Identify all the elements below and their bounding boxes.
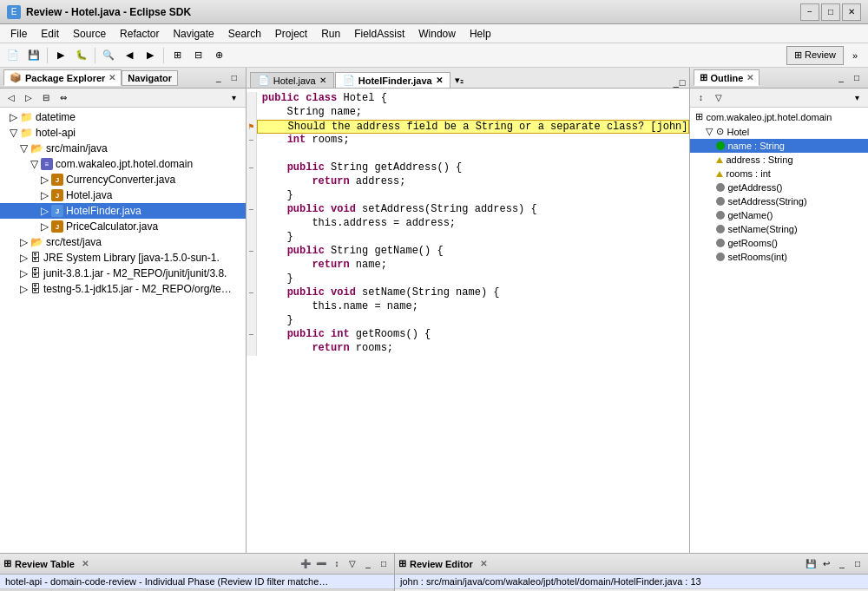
tree-item-hotel-java[interactable]: ▷ J Hotel.java: [0, 187, 246, 203]
review-table-close-icon[interactable]: ✕: [82, 559, 89, 568]
rt-del-btn[interactable]: ➖: [314, 557, 328, 571]
outline-field-rooms[interactable]: rooms : int: [690, 167, 869, 181]
tb-extra-3[interactable]: ⊕: [209, 46, 228, 65]
menu-help[interactable]: Help: [463, 26, 498, 42]
review-table-toolbar: ➕ ➖ ↕ ▽ _ □: [299, 557, 391, 571]
java-file-icon: J: [51, 174, 63, 186]
tab-hotel-java[interactable]: 📄 Hotel.java ✕: [250, 72, 334, 88]
outline-menu-btn[interactable]: ▾: [849, 90, 865, 106]
outline-class-hotel[interactable]: ▽ ⊙ Hotel: [690, 124, 869, 139]
tb-extra-1[interactable]: ⊞: [168, 46, 187, 65]
outline-method-getname[interactable]: getName(): [690, 208, 869, 222]
tree-item-testng[interactable]: ▷ 🗄 testng-5.1-jdk15.jar - M2_REPO/org/t…: [0, 281, 246, 297]
menu-edit[interactable]: Edit: [34, 26, 66, 42]
rt-sort-btn[interactable]: ↕: [330, 557, 344, 571]
outline-close-icon[interactable]: ✕: [746, 73, 753, 82]
re-save-btn[interactable]: 💾: [804, 557, 818, 571]
fold-8[interactable]: −: [247, 203, 257, 217]
rt-min-btn[interactable]: _: [361, 557, 375, 571]
review-editor-close-icon[interactable]: ✕: [480, 559, 487, 568]
rt-add-btn[interactable]: ➕: [299, 557, 312, 571]
outline-method-setaddress[interactable]: setAddress(String): [690, 194, 869, 208]
tree-item-datetime[interactable]: ▷ 📁 datetime: [0, 109, 246, 125]
fwd-btn[interactable]: ▷: [21, 90, 36, 106]
tab-close-btn[interactable]: ✕: [319, 76, 326, 85]
maximize-panel-btn[interactable]: □: [227, 70, 242, 86]
jar-icon: 🗄: [30, 283, 41, 295]
tb-new-btn[interactable]: 📄: [3, 46, 23, 65]
menu-refactor[interactable]: Refactor: [113, 26, 166, 42]
tb-forward-btn[interactable]: ▶: [141, 46, 160, 65]
line-content-4: [257, 148, 689, 161]
line-content-15: this.name = name;: [257, 300, 689, 314]
fold-3[interactable]: −: [247, 134, 257, 148]
outline-method-setrooms[interactable]: setRooms(int): [690, 250, 869, 264]
menu-project[interactable]: Project: [268, 26, 314, 42]
navigator-tab[interactable]: Navigator: [122, 70, 178, 86]
tb-run-btn[interactable]: ▶: [51, 46, 70, 65]
close-button[interactable]: ✕: [842, 3, 861, 21]
outline-filter-btn[interactable]: ▽: [711, 90, 727, 106]
expand-icon: ▷: [41, 189, 49, 201]
tree-item-src-main[interactable]: ▽ 📂 src/main/java: [0, 141, 246, 156]
outline-method-getrooms[interactable]: getRooms(): [690, 236, 869, 250]
review-button[interactable]: ⊞ Review: [786, 46, 844, 65]
more-tabs-btn[interactable]: ▾₂: [451, 73, 467, 88]
editor-minimize-btn[interactable]: _: [674, 77, 679, 88]
package-explorer-close-icon[interactable]: ✕: [108, 73, 115, 82]
re-max-btn[interactable]: □: [851, 557, 865, 571]
tree-item-src-test[interactable]: ▷ 📂 src/test/java: [0, 234, 246, 250]
tree-item-price-calculator[interactable]: ▷ J PriceCalculator.java: [0, 219, 246, 234]
re-revert-btn[interactable]: ↩: [819, 557, 833, 571]
package-explorer-tab[interactable]: 📦 Package Explorer ✕: [3, 69, 122, 86]
collapse-btn[interactable]: ⊟: [38, 90, 54, 106]
fold-11[interactable]: −: [247, 245, 257, 259]
link-btn[interactable]: ⇔: [56, 90, 71, 106]
menu-navigate[interactable]: Navigate: [166, 26, 220, 42]
menu-source[interactable]: Source: [66, 26, 113, 42]
gutter-6: [247, 175, 257, 189]
tb-menu-btn[interactable]: »: [845, 46, 865, 65]
outline-package[interactable]: ⊞ com.wakaleo.jpt.hotel.domain: [690, 109, 869, 124]
fold-14[interactable]: −: [247, 286, 257, 300]
outline-min-btn[interactable]: _: [833, 70, 849, 86]
tab-close-btn[interactable]: ✕: [436, 76, 443, 85]
outline-method-getaddress[interactable]: getAddress(): [690, 181, 869, 194]
panel-menu-btn[interactable]: ▾: [227, 90, 242, 106]
tree-item-junit[interactable]: ▷ 🗄 junit-3.8.1.jar - M2_REPO/junit/juni…: [0, 266, 246, 281]
tree-item-com-wakaleo[interactable]: ▽ ≡ com.wakaleo.jpt.hotel.domain: [0, 156, 246, 172]
rt-filter-btn[interactable]: ▽: [345, 557, 359, 571]
outline-tab[interactable]: ⊞ Outline ✕: [694, 69, 760, 86]
minimize-button[interactable]: −: [800, 3, 819, 21]
minimize-panel-btn[interactable]: _: [211, 70, 227, 86]
tree-item-hotel-api[interactable]: ▽ 📁 hotel-api: [0, 125, 246, 141]
back-btn[interactable]: ◁: [3, 90, 19, 106]
outline-field-address[interactable]: address : String: [690, 153, 869, 167]
tb-extra-2[interactable]: ⊟: [188, 46, 207, 65]
rt-max-btn[interactable]: □: [377, 557, 391, 571]
tb-debug-btn[interactable]: 🐛: [72, 46, 91, 65]
menu-search[interactable]: Search: [221, 26, 268, 42]
tb-search-btn[interactable]: 🔍: [99, 46, 118, 65]
fold-5[interactable]: −: [247, 161, 257, 175]
tree-item-hotel-finder[interactable]: ▷ J HotelFinder.java: [0, 203, 246, 219]
fold-17[interactable]: −: [247, 328, 257, 342]
menu-file[interactable]: File: [3, 26, 34, 42]
menu-window[interactable]: Window: [411, 26, 463, 42]
menu-fieldassist[interactable]: FieldAssist: [347, 26, 411, 42]
tab-hotel-finder[interactable]: 📄 HotelFinder.java ✕: [335, 72, 450, 88]
tree-item-jre[interactable]: ▷ 🗄 JRE System Library [java-1.5.0-sun-1…: [0, 250, 246, 266]
package-explorer-icon: 📦: [10, 72, 22, 83]
outline-field-name[interactable]: name : String: [690, 139, 869, 153]
tree-item-currency-converter[interactable]: ▷ J CurrencyConverter.java: [0, 172, 246, 187]
maximize-button[interactable]: □: [821, 3, 840, 21]
code-editor[interactable]: public class Hotel { String name; ⚑ Shou…: [247, 89, 689, 553]
tb-save-btn[interactable]: 💾: [24, 46, 43, 65]
editor-maximize-btn[interactable]: □: [680, 77, 686, 88]
re-min-btn[interactable]: _: [835, 557, 849, 571]
tb-back-btn[interactable]: ◀: [120, 46, 139, 65]
outline-sort-btn[interactable]: ↕: [694, 90, 709, 106]
outline-max-btn[interactable]: □: [849, 70, 865, 86]
menu-run[interactable]: Run: [314, 26, 347, 42]
outline-method-setname[interactable]: setName(String): [690, 222, 869, 236]
